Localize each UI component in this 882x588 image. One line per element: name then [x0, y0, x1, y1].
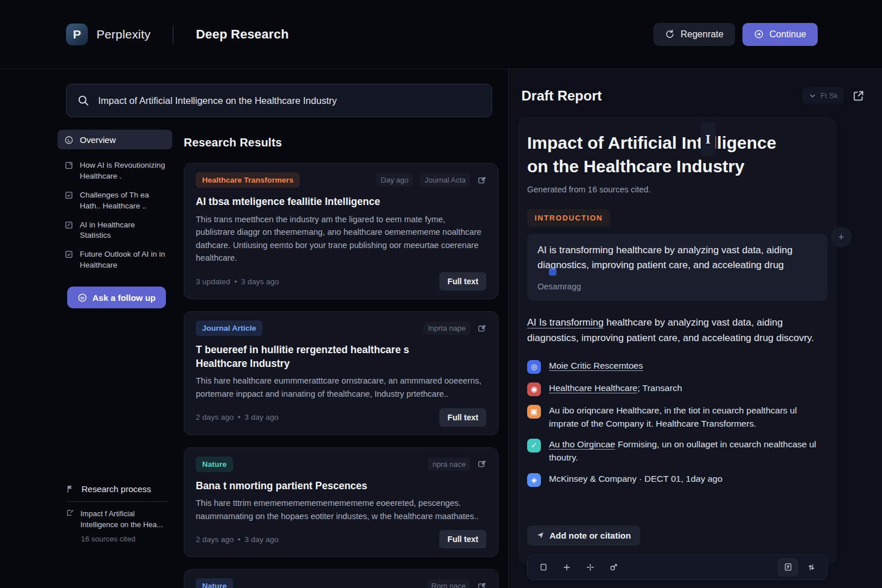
- plus-icon[interactable]: [556, 558, 577, 577]
- source-badge: Healthcare Transformers: [196, 172, 300, 188]
- sidebar-item-label: Overview: [80, 134, 116, 146]
- sidebar-item-overview[interactable]: Overview: [57, 130, 172, 149]
- report-paragraph[interactable]: AI Is transforming healthcare by analyzi…: [527, 315, 827, 346]
- summary-caption: Oesamragg: [537, 280, 817, 293]
- ask-follow-up-button[interactable]: Ask a follow up: [67, 287, 166, 308]
- full-text-button[interactable]: Full text: [439, 408, 486, 427]
- timestamp: 2 days ago: [196, 535, 234, 544]
- add-note-label: Add note or citation: [550, 531, 631, 540]
- page-icon[interactable]: [533, 558, 554, 577]
- text-cursor: I: [701, 122, 715, 156]
- result-card[interactable]: Nature npra nace Bana t nmorting partien…: [184, 447, 498, 558]
- updated-count: 3 updated: [196, 277, 230, 286]
- result-card[interactable]: Healthcare Transformers Day ago Journal …: [184, 163, 498, 299]
- regenerate-label: Regenrate: [680, 29, 724, 40]
- citation-item[interactable]: ◈ McKinsey & Company · DECT 01, 1day ago: [527, 472, 827, 487]
- pen-link-icon[interactable]: [604, 558, 624, 577]
- result-title[interactable]: T beuereef in hullitie rergenzted health…: [196, 343, 486, 370]
- citation-link[interactable]: Healthcare Healthcare: [549, 383, 637, 393]
- document-title[interactable]: Impact of Artificial Intelligenceon the …: [527, 131, 827, 178]
- source-favicon: ◈: [527, 473, 541, 487]
- crosshair-icon[interactable]: [580, 558, 601, 577]
- checkbox-icon: [64, 250, 74, 259]
- ask-follow-up-label: Ask a follow up: [92, 293, 156, 303]
- dot-separator: •: [238, 413, 241, 421]
- draft-report-panel: Draft Report Ft Sk Impact of Artificial …: [508, 69, 882, 588]
- research-process-label: Research process: [82, 484, 151, 494]
- sidebar-item-challenges[interactable]: Challenges of Th ea Hath.. Healthcare ..: [57, 186, 172, 216]
- add-note-button[interactable]: Add note or citation: [527, 525, 640, 546]
- citation-item[interactable]: ◉ Healthcare Healthcare; Transarch: [527, 381, 827, 396]
- introduction-summary-card[interactable]: AI is transforming healthcare by analyzi…: [527, 234, 827, 301]
- source-favicon: ◉: [527, 382, 541, 396]
- checkbox-icon: [64, 191, 74, 200]
- arrow-circle-icon: [754, 29, 764, 39]
- edit-icon[interactable]: [477, 459, 486, 469]
- citation-list: ◎ Moie Critic Rescemtoes ◉ Healthcare He…: [527, 359, 827, 487]
- report-mode-dropdown[interactable]: Ft Sk: [802, 87, 844, 104]
- dot-separator: •: [238, 535, 241, 544]
- citation-text: Au ibo oriqncare Healthcare, in the tiot…: [549, 405, 797, 428]
- draft-report-title: Draft Report: [521, 88, 602, 104]
- checkbox-icon: [64, 220, 74, 230]
- search-bar: [66, 84, 492, 117]
- source-badge: Journal Article: [196, 320, 262, 336]
- citation-link[interactable]: Au tho Oirgincae: [549, 439, 615, 450]
- source-favicon: ◎: [527, 360, 541, 374]
- citation-item[interactable]: ◎ Moie Critic Rescemtoes: [527, 359, 827, 374]
- source-chip: Rorn nace: [427, 579, 470, 588]
- document-icon: [64, 161, 74, 170]
- collab-cursor-icon: [549, 268, 556, 276]
- citation-item[interactable]: ✓ Au tho Oirgincae Formising, un on oull…: [527, 438, 827, 465]
- sidebar-item-how-ai[interactable]: How AI is Revoutionizing Healthcare .: [57, 156, 172, 186]
- process-sources-count: 16 sources cited: [81, 535, 169, 543]
- research-process-section: Research process Impact f Artificial Int…: [66, 484, 169, 543]
- sidebar-item-future-outlook[interactable]: Future Outlook of AI in in Healthcare: [57, 245, 172, 275]
- time-chip: Day ago: [376, 173, 413, 187]
- edit-icon[interactable]: [477, 324, 486, 333]
- add-section-button[interactable]: +: [831, 227, 852, 247]
- search-icon: [77, 94, 90, 107]
- send-icon: [536, 531, 544, 539]
- result-card[interactable]: Journal Article Inprta nape T beuereef i…: [184, 311, 498, 435]
- translate-doc-icon[interactable]: [777, 558, 798, 577]
- result-title[interactable]: AI tbsa mteligence feallitie Intelligenc…: [196, 195, 486, 209]
- continue-button[interactable]: Continue: [742, 23, 818, 46]
- result-card[interactable]: Nature Rorn nace Makliege on the Healthc…: [184, 569, 498, 588]
- sidebar-item-statistics[interactable]: AI in Healthcare Statistics: [57, 216, 172, 246]
- full-text-button[interactable]: Full text: [439, 272, 486, 291]
- introduction-summary-text: AI is transforming healthcare by analyzi…: [537, 245, 792, 270]
- editor-toolbar: [527, 555, 827, 580]
- brand-name: Perplexity: [96, 28, 150, 41]
- full-text-button[interactable]: Full text: [439, 530, 486, 548]
- edit-icon[interactable]: [477, 582, 486, 588]
- sources-cited-note: Generated from 16 sources cited.: [527, 185, 827, 194]
- refresh-icon: [665, 29, 675, 39]
- citation-text: ; Transarch: [637, 383, 682, 393]
- swap-vertical-icon[interactable]: [801, 558, 822, 577]
- dot-separator: •: [234, 277, 237, 286]
- report-document[interactable]: Impact of Artificial Intelligenceon the …: [518, 117, 837, 564]
- citation-text: McKinsey & Company · DECT 01, 1day ago: [549, 474, 722, 483]
- source-favicon: ✓: [527, 439, 541, 452]
- edit-icon[interactable]: [477, 176, 486, 185]
- sidebar-item-label: Future Outlook of AI in in Healthcare: [80, 249, 165, 271]
- timestamp: 3 day ago: [245, 413, 278, 421]
- brand: P Perplexity Deep Research: [66, 24, 289, 45]
- export-icon[interactable]: [852, 90, 865, 102]
- result-title[interactable]: Bana t nmorting partient Pescences: [196, 479, 486, 493]
- source-badge: Nature: [196, 578, 233, 588]
- process-item[interactable]: Impact f Artificial Intelligence on the …: [66, 509, 169, 531]
- research-process-header[interactable]: Research process: [66, 484, 169, 502]
- citation-item[interactable]: ▣ Au ibo oriqncare Healthcare, in the ti…: [527, 404, 827, 431]
- result-snippet: This hare healthcare eummmeratttcare orn…: [196, 374, 486, 400]
- sidebar: Overview How AI is Revoutionizing Health…: [57, 130, 172, 308]
- search-input[interactable]: [98, 95, 481, 106]
- pencil-note-icon: [66, 509, 75, 531]
- source-favicon: ▣: [527, 405, 541, 419]
- citation-link[interactable]: Moie Critic Rescemtoes: [549, 361, 643, 371]
- app-title: Deep Research: [196, 27, 289, 42]
- regenerate-button[interactable]: Regenrate: [653, 23, 735, 46]
- report-mode-label: Ft Sk: [821, 91, 838, 100]
- result-snippet: This hare tttrim ememememememememememe e…: [196, 497, 486, 523]
